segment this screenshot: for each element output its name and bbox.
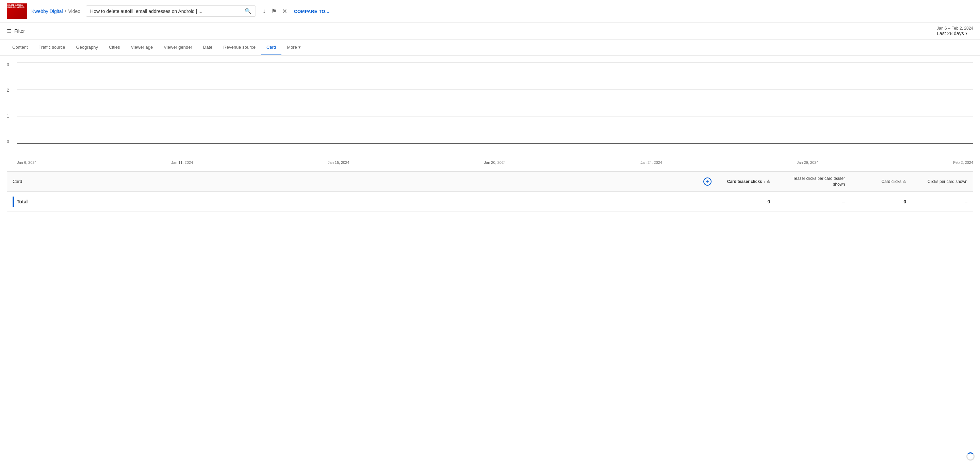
x-label-feb2: Feb 2, 2024 [953, 160, 973, 164]
chart-baseline [17, 144, 973, 144]
grid-line-2 [17, 89, 973, 89]
grid-line-1 [17, 116, 973, 116]
table-header: Card + Card teaser clicks ↓ ⚠ Teaser cli… [7, 172, 973, 192]
breadcrumb-page: Video [68, 8, 81, 14]
date-range-label: Jan 6 – Feb 2, 2024 [937, 26, 973, 31]
warn-icon-teaser: ⚠ [767, 179, 770, 184]
x-label-jan11: Jan 11, 2024 [171, 160, 193, 164]
y-label-3: 3 [7, 62, 9, 67]
breadcrumb: Kwebby Digital / Video [31, 8, 80, 14]
y-axis: 3 2 1 0 [7, 62, 9, 144]
col-label-teaser-clicks: Card teaser clicks [727, 179, 762, 184]
date-dropdown[interactable]: Last 28 days ▾ [937, 31, 973, 36]
tab-viewer-gender[interactable]: Viewer gender [158, 40, 198, 56]
flag-icon[interactable]: ⚑ [271, 8, 277, 15]
tab-content[interactable]: Content [7, 40, 33, 56]
row-card-clicks-value: 0 [850, 194, 912, 209]
filter-bar: ☰ Filter Jan 6 – Feb 2, 2024 Last 28 day… [0, 22, 980, 40]
row-teaser-per-shown-value: – [775, 194, 850, 209]
row-clicks-per-shown-value: – [912, 194, 973, 209]
chevron-down-icon: ▾ [966, 31, 967, 36]
grid-line-3 [17, 62, 973, 63]
col-header-card: Card [7, 175, 701, 188]
date-range-selector[interactable]: Jan 6 – Feb 2, 2024 Last 28 days ▾ [937, 26, 973, 36]
filter-button[interactable]: ☰ Filter [7, 28, 25, 34]
x-axis: Jan 6, 2024 Jan 11, 2024 Jan 15, 2024 Ja… [17, 160, 973, 164]
add-column-icon[interactable]: + [703, 177, 711, 186]
x-label-jan29: Jan 29, 2024 [797, 160, 819, 164]
tab-more[interactable]: More ▾ [282, 40, 306, 56]
table-row-total: Total 0 – 0 – [7, 192, 973, 212]
tab-cities[interactable]: Cities [103, 40, 126, 56]
col-label-clicks-per-shown: Clicks per card shown [928, 179, 967, 184]
col-label-teaser-per-shown: Teaser clicks per card teaser shown [793, 176, 845, 187]
tab-revenue-source[interactable]: Revenue source [218, 40, 261, 56]
tab-geography[interactable]: Geography [71, 40, 103, 56]
compare-button[interactable]: COMPARE TO... [294, 9, 329, 14]
sort-down-icon[interactable]: ↓ [764, 180, 765, 184]
breadcrumb-separator: / [65, 8, 66, 14]
chart-area: 3 2 1 0 Jan 6, 2024 Jan 11, 2024 Jan 15,… [0, 56, 980, 164]
col-header-teaser-clicks: Card teaser clicks ↓ ⚠ [714, 175, 775, 188]
video-title: How to delete autofill email addresses o… [90, 8, 242, 14]
tab-card[interactable]: Card [261, 40, 282, 56]
total-label: Total [17, 199, 27, 204]
y-label-2: 2 [7, 88, 9, 93]
video-thumbnail: DELETE AUTOFILL EMAILS IN ANDROID [7, 3, 27, 19]
chevron-down-icon: ▾ [298, 45, 301, 50]
tab-more-label: More [287, 45, 297, 50]
tab-viewer-age[interactable]: Viewer age [125, 40, 158, 56]
title-search-bar: How to delete autofill email addresses o… [86, 5, 256, 17]
col-header-teaser-per-shown: Teaser clicks per card teaser shown [775, 172, 850, 192]
row-card-label: Total [7, 192, 701, 212]
col-header-clicks-per-shown: Clicks per card shown [912, 175, 973, 188]
row-card-teaser-clicks-value: 0 [714, 194, 775, 209]
y-label-1: 1 [7, 114, 9, 118]
header-actions: ↓ ⚑ ✕ [263, 8, 287, 15]
tab-date[interactable]: Date [198, 40, 218, 56]
y-label-0: 0 [7, 139, 9, 144]
close-icon[interactable]: ✕ [282, 8, 287, 15]
x-label-jan15: Jan 15, 2024 [328, 160, 350, 164]
date-range-value: Last 28 days [937, 31, 964, 36]
x-label-jan24: Jan 24, 2024 [640, 160, 662, 164]
warn-icon-card-clicks: ⚠ [903, 179, 906, 184]
add-column-button[interactable]: + [701, 173, 714, 190]
col-header-card-clicks: Card clicks ⚠ [850, 175, 912, 188]
row-indicator [13, 196, 14, 207]
data-table: Card + Card teaser clicks ↓ ⚠ Teaser cli… [7, 171, 973, 212]
tab-traffic-source[interactable]: Traffic source [33, 40, 71, 56]
x-label-jan6: Jan 6, 2024 [17, 160, 37, 164]
breadcrumb-brand[interactable]: Kwebby Digital [31, 8, 63, 14]
filter-icon: ☰ [7, 28, 11, 34]
header: DELETE AUTOFILL EMAILS IN ANDROID Kwebby… [0, 0, 980, 22]
filter-label: Filter [14, 28, 25, 34]
search-icon[interactable]: 🔍 [245, 8, 251, 14]
tabs-bar: Content Traffic source Geography Cities … [0, 40, 980, 56]
col-label-card-clicks: Card clicks [881, 179, 901, 184]
chart-grid [17, 62, 973, 144]
x-label-jan20: Jan 20, 2024 [484, 160, 506, 164]
download-icon[interactable]: ↓ [263, 8, 266, 14]
